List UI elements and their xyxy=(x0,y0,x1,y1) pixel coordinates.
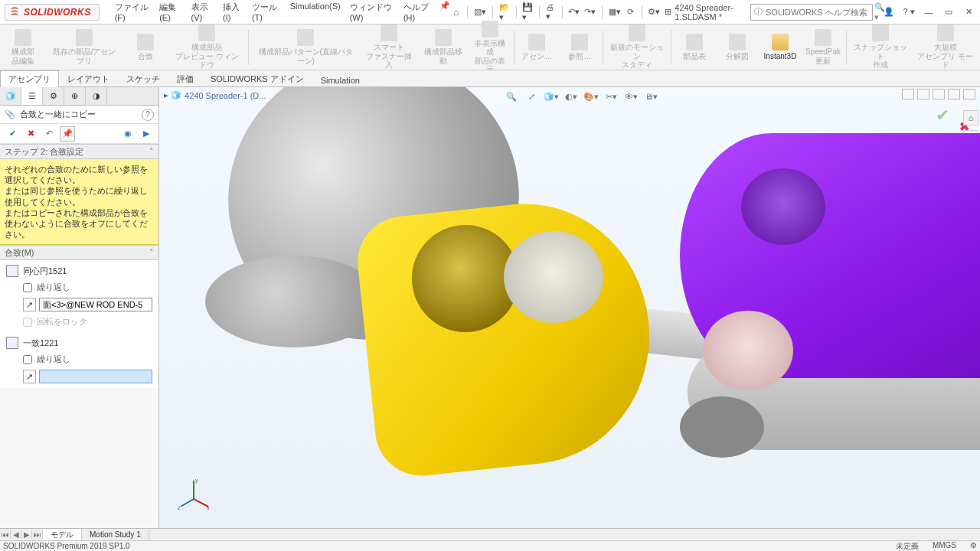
user-icon[interactable]: 👤 xyxy=(882,5,896,19)
pm-help-icon[interactable]: ? xyxy=(142,109,154,121)
window-close-icon[interactable]: ✕ xyxy=(962,5,975,19)
viewport-max-icon[interactable] xyxy=(948,89,960,99)
svg-text:y: y xyxy=(195,478,198,484)
tab-addins[interactable]: SOLIDWORKS アドイン xyxy=(202,70,312,87)
mate2-flip-button[interactable]: ↗ xyxy=(23,370,36,383)
pm-ok-button[interactable]: ✔ xyxy=(5,126,20,142)
tab-model[interactable]: モデル xyxy=(43,529,82,541)
hud-render-icon[interactable]: 🖥▾ xyxy=(643,89,658,104)
menu-file[interactable]: ファイル(F) xyxy=(110,0,155,25)
undo-icon[interactable]: ↶▾ xyxy=(568,5,580,19)
pm-step-header[interactable]: ステップ 2: 合致設定 ˄ xyxy=(0,144,158,159)
hud-scene-icon[interactable]: 🎨▾ xyxy=(583,89,599,104)
hud-zoom-icon[interactable]: 🔍 xyxy=(504,89,519,104)
menu-edit[interactable]: 編集(E) xyxy=(155,0,186,25)
help-search-input[interactable] xyxy=(766,8,871,17)
orientation-triad[interactable]: y x z xyxy=(176,476,211,511)
status-custom-icon[interactable]: ⚙ xyxy=(970,541,977,552)
viewport-window-controls xyxy=(902,89,975,99)
tab-simulation[interactable]: Simulation xyxy=(312,73,368,87)
hud-fit-icon[interactable]: ⤢ xyxy=(524,89,539,104)
menu-sim[interactable]: Simulation(S) xyxy=(286,0,345,25)
new-icon[interactable]: ▧▾ xyxy=(474,5,486,19)
menu-pin-icon[interactable]: 📌 xyxy=(438,0,452,12)
hud-displaystyle-icon[interactable]: ◐▾ xyxy=(564,89,579,104)
collapse-icon: ˄ xyxy=(149,147,154,157)
taskpane-home-icon[interactable]: ⌂ xyxy=(963,110,978,126)
save-icon[interactable]: 💾▾ xyxy=(522,5,533,19)
motion-next-icon[interactable]: ▶ xyxy=(21,530,32,539)
mate1-ref-field[interactable] xyxy=(39,298,152,311)
window-max-icon[interactable]: ▭ xyxy=(942,5,956,19)
menu-view[interactable]: 表示(V) xyxy=(187,0,218,25)
document-name[interactable]: ⊞ 4240 Spreader-1.SLDASM * xyxy=(665,3,746,21)
heads-up-toolbar: 🔍 ⤢ 🧊▾ ◐▾ 🎨▾ ✂▾ 👁▾ 🖥▾ xyxy=(504,89,658,104)
graphics-viewport[interactable]: ▸ 🧊 4240 Spreader-1 (D... 🔍 ⤢ 🧊▾ ◐▾ 🎨▾ ✂… xyxy=(159,87,980,530)
window-min-icon[interactable]: — xyxy=(922,5,936,19)
app-logo[interactable]: SOLIDWORKS xyxy=(5,4,100,21)
pm-pushpin-button[interactable]: 📌 xyxy=(60,126,75,142)
menu-help[interactable]: ヘルプ(H) xyxy=(399,0,438,25)
status-units[interactable]: MMGS xyxy=(933,541,956,552)
cmd-linear-pattern: 構成部品パターン(直線パターン) xyxy=(252,28,359,67)
mate2-ref-field[interactable] xyxy=(39,370,152,383)
model-bracket-yellow xyxy=(353,192,662,481)
viewport-min-icon[interactable] xyxy=(933,89,945,99)
mate1-lock-rotation[interactable]: 回転をロック xyxy=(23,316,152,328)
hud-hide-icon[interactable]: 👁▾ xyxy=(623,89,639,104)
mate1-repeat[interactable]: 繰り返し xyxy=(23,282,152,293)
tab-sketch[interactable]: スケッチ xyxy=(118,70,168,87)
cmd-insert-component: 既存の部品/アセンブリ xyxy=(46,28,122,67)
tab-motion-study[interactable]: Motion Study 1 xyxy=(82,530,149,540)
print-icon[interactable]: 🖨▾ xyxy=(546,5,556,19)
pm-cancel-button[interactable]: ✖ xyxy=(23,126,38,142)
cmd-instant3d[interactable]: Instant3D xyxy=(760,32,800,63)
pm-mates-title: 合致(M) xyxy=(5,247,34,259)
select-icon[interactable]: ▦▾ xyxy=(609,5,621,19)
fm-tab-dim[interactable]: ⊕ xyxy=(64,87,86,105)
pm-header: 📎 合致と一緒にコピー ? xyxy=(0,106,158,124)
rebuild-icon[interactable]: ⟳ xyxy=(626,5,635,19)
tab-evaluate[interactable]: 評価 xyxy=(168,70,202,87)
search-info-icon: ⓘ xyxy=(754,6,763,18)
home-icon[interactable]: ⌂ xyxy=(452,5,462,19)
motion-prev-icon[interactable]: ◀ xyxy=(11,530,21,539)
mate-concentric[interactable]: 同心円1521 xyxy=(6,265,152,277)
options-icon[interactable]: ⚙▾ xyxy=(648,5,660,19)
model-purple-hole1 xyxy=(741,168,825,245)
breadcrumb[interactable]: ▸ 🧊 4240 Spreader-1 (D... xyxy=(164,90,266,100)
redo-icon[interactable]: ↷▾ xyxy=(584,5,596,19)
pm-undo-button[interactable]: ↶ xyxy=(41,126,57,142)
fm-tab-feature[interactable]: 🧊 xyxy=(0,87,21,105)
command-ribbon: 構成部品編集 既存の部品/アセンブリ 合致 構成部品プレビュー ウィンドウ 構成… xyxy=(0,24,980,70)
confirm-ok-icon[interactable]: ✔ xyxy=(936,106,949,126)
cmd-smart-fastener: スマートファスナー挿入 xyxy=(362,23,416,71)
tab-layout[interactable]: レイアウト xyxy=(59,70,118,87)
menu-insert[interactable]: 挿入(I) xyxy=(218,0,247,25)
help-icon[interactable]: ? ▾ xyxy=(902,5,916,19)
mate2-name: 一致1221 xyxy=(23,337,58,349)
tab-assembly[interactable]: アセンブリ xyxy=(0,70,59,87)
viewport-link-icon[interactable] xyxy=(917,89,929,99)
fm-tab-config[interactable]: ⚙ xyxy=(43,87,64,105)
fm-tab-display[interactable]: ◑ xyxy=(86,87,107,105)
mate2-repeat[interactable]: 繰り返し xyxy=(23,354,152,365)
fm-tab-property[interactable]: ☰ xyxy=(21,87,43,105)
hud-orient-icon[interactable]: 🧊▾ xyxy=(544,89,559,104)
mate1-flip-button[interactable]: ↗ xyxy=(23,298,36,311)
menu-tools[interactable]: ツール(T) xyxy=(247,0,286,25)
pm-prev-button[interactable]: ◉ xyxy=(120,126,136,142)
help-search[interactable]: ⓘ 🔍▾ xyxy=(750,4,873,21)
pm-next-button[interactable]: ▶ xyxy=(139,126,154,142)
motion-last-icon[interactable]: ⏭ xyxy=(32,530,43,539)
menu-window[interactable]: ウィンドウ(W) xyxy=(345,0,399,25)
mate-coincident[interactable]: 一致1221 xyxy=(6,337,152,349)
hud-section-icon[interactable]: ✂▾ xyxy=(603,89,619,104)
viewport-close-icon[interactable] xyxy=(963,89,975,99)
pm-mates-header[interactable]: 合致(M) ˄ xyxy=(0,245,158,260)
motion-first-icon[interactable]: ⏮ xyxy=(0,530,11,539)
viewport-split-icon[interactable] xyxy=(902,89,914,99)
pm-step-title: ステップ 2: 合致設定 xyxy=(5,146,83,158)
pm-step-note: それぞれの合致のために新しい参照を選択してください。 または同じ参照を使うために… xyxy=(0,159,158,245)
open-icon[interactable]: 📂▾ xyxy=(499,5,510,19)
